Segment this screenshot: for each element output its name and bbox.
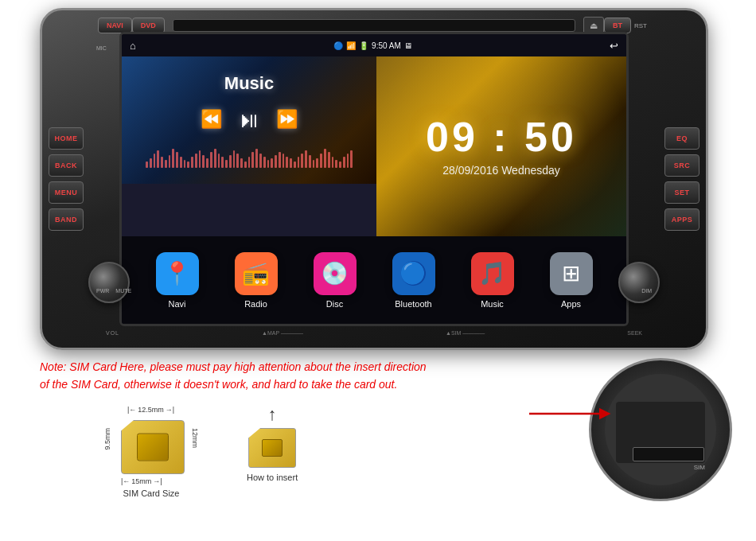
sim-card-size-label: SIM Card Size [123,488,180,498]
dim-bottom: 15mm [131,477,151,485]
screen: ⌂ 🔵 📶 🔋 9:50 AM 🖥 ↩ Music [119,32,629,326]
dim-label: DIM [641,288,652,294]
sim-slot-label: ▲SIM ———— [446,330,485,336]
sim-slot-photo: SIM [589,358,732,501]
bt-button[interactable]: BT [604,18,631,33]
app-icon-radio[interactable]: 📻Radio [235,252,278,309]
fast-forward-button[interactable]: ⏩ [276,109,298,130]
screen-content: ⌂ 🔵 📶 🔋 9:50 AM 🖥 ↩ Music [122,34,626,324]
sim-insert-diagram: ↑ How to insert [247,406,298,482]
set-button[interactable]: SET [664,181,699,204]
clock-time: 09 : 50 [426,116,577,158]
mute-label: MUTE [115,288,131,294]
app-icon-box-music: 🎵 [471,252,514,295]
sim-card-size-diagram: |←12.5mm→| 9.5mm 12mm |←15mm→| [103,406,199,498]
rewind-button[interactable]: ⏪ [201,109,222,130]
vol-label: VOL [106,330,119,336]
right-buttons: EQ SRC SET APPS [664,127,706,231]
dvd-button[interactable]: DVD [132,18,165,33]
status-bar: ⌂ 🔵 📶 🔋 9:50 AM 🖥 ↩ [122,34,626,56]
status-center: 🔵 📶 🔋 9:50 AM 🖥 [333,41,412,50]
seek-knob[interactable] [618,262,660,303]
app-label-navi: Navi [168,299,185,309]
rst-label: RST [634,22,647,29]
app-label-radio: Radio [244,299,267,309]
menu-button[interactable]: MENU [49,181,84,204]
clock-widget: 09 : 50 28/09/2016 Wednesday [376,56,626,236]
bottom-strip: VOL ▲MAP ———— ▲SIM ———— SEEK [90,317,658,348]
play-pause-button[interactable]: ⏯ [238,107,260,133]
pwr-label: PWR [96,288,109,294]
app-icon-box-navi: 📍 [156,252,199,295]
app-label-bluetooth: Bluetooth [395,299,431,309]
app-icons-row: 📍Navi📻Radio💿Disc🔵Bluetooth🎵Music⊞Apps [122,236,626,324]
bluetooth-status-icon: 🔵 [333,41,343,50]
clock-date: 28/09/2016 Wednesday [442,164,560,177]
app-label-disc: Disc [326,299,343,309]
mic-label: MIC [96,45,107,51]
home-icon[interactable]: ⌂ [130,40,136,52]
app-icon-box-disc: 💿 [314,252,357,295]
sim-slot-text: SIM [694,464,705,471]
music-controls: ⏪ ⏯ ⏩ [201,107,298,133]
seek-label: SEEK [627,330,642,336]
sim-card-chip [137,434,169,461]
disc-slot [173,19,575,32]
sim-card-visual [121,420,185,474]
app-icon-music[interactable]: 🎵Music [471,252,514,309]
sim-slot-opening [633,447,704,461]
app-icon-navi[interactable]: 📍Navi [156,252,199,309]
sim-insert-card [248,428,296,468]
apps-button[interactable]: APPS [664,208,699,231]
battery-icon: 🔋 [359,41,368,50]
app-icon-box-radio: 📻 [235,252,278,295]
map-slot-label: ▲MAP ———— [262,330,303,336]
pwr-mute-labels: PWR MUTE [96,288,131,294]
app-icon-box-apps: ⊞ [550,252,593,295]
dim-left: 9.5mm [103,428,111,450]
volume-knob[interactable] [88,262,130,303]
screen-icon: 🖥 [404,41,412,50]
dim-top: 12.5mm [138,406,164,414]
src-button[interactable]: SRC [664,154,699,177]
back-icon[interactable]: ↩ [610,40,618,52]
app-icon-disc[interactable]: 💿Disc [314,252,357,309]
home-button[interactable]: HOME [49,127,84,150]
app-icon-bluetooth[interactable]: 🔵Bluetooth [392,252,435,309]
car-unit: MIC NAVI DVD ⏏ BT RST HOME BACK MENU BAN… [40,8,708,350]
back-button[interactable]: BACK [49,154,84,177]
status-time: 9:50 AM [372,41,401,50]
music-title: Music [224,73,274,94]
app-icon-box-bluetooth: 🔵 [392,252,435,295]
eq-button[interactable]: EQ [664,127,699,150]
main-content: Music ⏪ ⏯ ⏩ 09 : 50 28/09/2016 Wed [122,56,626,236]
dim-right: 12mm [191,428,199,448]
insert-arrow-icon: ↑ [268,406,277,423]
page: MIC NAVI DVD ⏏ BT RST HOME BACK MENU BAN… [0,0,756,541]
navi-button[interactable]: NAVI [98,18,132,33]
waveform [146,144,353,168]
sim-slot-inner: SIM [605,374,716,485]
sim-insert-label: How to insert [247,473,298,482]
red-arrow-indicator [525,398,613,430]
music-widget: Music ⏪ ⏯ ⏩ [122,56,376,184]
sim-diagram: |←12.5mm→| 9.5mm 12mm |←15mm→| [103,406,298,498]
app-label-music: Music [481,299,504,309]
app-label-apps: Apps [561,299,581,309]
app-icon-apps[interactable]: ⊞Apps [550,252,593,309]
left-buttons: HOME BACK MENU BAND [42,127,84,231]
signal-icon: 📶 [346,41,356,50]
band-button[interactable]: BAND [49,208,84,231]
